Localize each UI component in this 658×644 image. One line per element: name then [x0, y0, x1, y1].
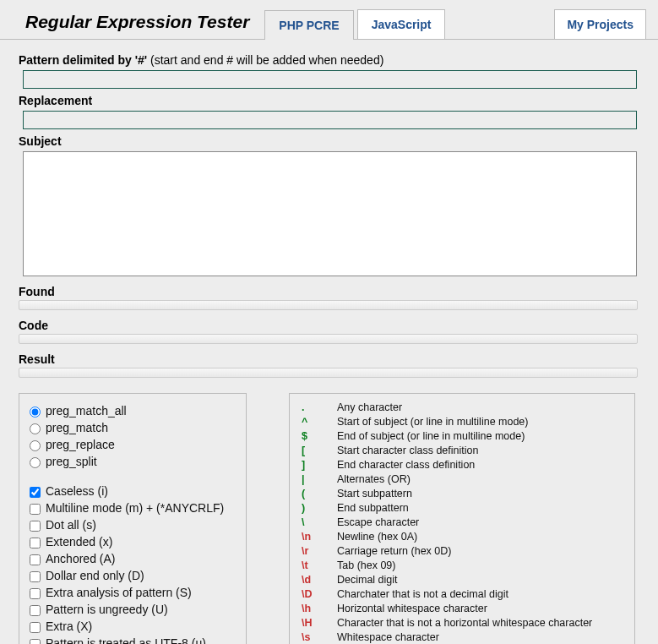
ref-desc: Any character: [337, 401, 402, 415]
lower-panels: preg_match_allpreg_matchpreg_replacepreg…: [0, 378, 658, 644]
func-radio-0[interactable]: [30, 407, 41, 418]
ref-symbol: \t: [302, 559, 337, 573]
ref-desc: Charchater that is not a decimal digit: [337, 587, 508, 602]
ref-desc: End character class definition: [337, 458, 475, 472]
ref-symbol: \D: [302, 587, 337, 602]
ref-desc: Decimal digit: [337, 573, 398, 587]
mod-label-text: Pattern is ungreedy (U): [46, 603, 168, 616]
replacement-label: Replacement: [19, 94, 643, 107]
mod-checkbox-0[interactable]: [30, 487, 41, 498]
mod-label-text: Anchored (A): [46, 552, 115, 565]
ref-desc: Horizontal whitespace character: [337, 602, 487, 616]
func-radio-1[interactable]: [30, 423, 41, 434]
ref-row: \rCarriage return (hex 0D): [302, 544, 623, 559]
ref-symbol: \d: [302, 573, 337, 587]
mod-label-text: Caseless (i): [46, 484, 108, 498]
mod-label-text: Extra (X): [46, 619, 92, 633]
ref-desc: Newline (hex 0A): [337, 530, 417, 544]
ref-symbol: \H: [302, 616, 337, 630]
mod-option-7[interactable]: Pattern is ungreedy (U): [30, 602, 236, 618]
ref-desc: Alternates (OR): [337, 472, 411, 487]
mod-option-8[interactable]: Extra (X): [30, 619, 236, 635]
tab-php-pcre[interactable]: PHP PCRE: [264, 10, 353, 40]
func-radio-3[interactable]: [30, 457, 41, 468]
ref-symbol: \: [302, 516, 337, 530]
mod-checkbox-7[interactable]: [30, 605, 41, 616]
mod-checkbox-4[interactable]: [30, 554, 41, 565]
mod-checkbox-5[interactable]: [30, 571, 41, 582]
pattern-hint: (start and end # will be added when need…: [147, 53, 383, 67]
pattern-label: Pattern delimited by '#' (start and end …: [19, 53, 643, 67]
mod-option-4[interactable]: Anchored (A): [30, 551, 236, 567]
func-preg-match-all[interactable]: preg_match_all: [30, 403, 236, 419]
mod-option-2[interactable]: Dot all (s): [30, 517, 236, 533]
func-preg-match[interactable]: preg_match: [30, 420, 236, 436]
subject-label: Subject: [19, 134, 643, 148]
replacement-input[interactable]: [23, 111, 637, 129]
mod-checkbox-3[interactable]: [30, 538, 41, 548]
found-output: [19, 300, 638, 310]
ref-symbol: |: [302, 472, 337, 487]
func-radio-2[interactable]: [30, 440, 41, 451]
mod-option-3[interactable]: Extended (x): [30, 534, 236, 550]
ref-symbol: ): [302, 501, 337, 516]
ref-row: |Alternates (OR): [302, 472, 623, 487]
mod-option-9[interactable]: Pattern is treated as UTF-8 (u): [30, 636, 236, 644]
ref-row: \hHorizontal whitespace character: [302, 602, 623, 616]
ref-row: (Start subpattern: [302, 487, 623, 501]
ref-desc: Tab (hex 09): [337, 559, 395, 573]
result-output: [19, 368, 638, 378]
ref-row: \tTab (hex 09): [302, 559, 623, 573]
reference-panel: .Any character^Start of subject (or line…: [289, 393, 635, 644]
mod-label-text: Dollar end only (D): [46, 569, 144, 582]
ref-row: $End of subject (or line in multiline mo…: [302, 429, 623, 444]
mod-checkbox-1[interactable]: [30, 504, 41, 515]
found-label: Found: [19, 285, 643, 298]
ref-desc: Start character class definition: [337, 444, 478, 458]
ref-desc: Character that is not a horizontal white…: [337, 616, 592, 630]
ref-desc: Carriage return (hex 0D): [337, 544, 451, 559]
mod-checkbox-6[interactable]: [30, 588, 41, 599]
ref-row: ]End character class definition: [302, 458, 623, 472]
pattern-input[interactable]: [23, 70, 637, 89]
code-output: [19, 334, 638, 344]
func-preg-replace[interactable]: preg_replace: [30, 437, 236, 453]
mod-label-text: Extra analysis of pattern (S): [46, 586, 192, 599]
ref-row: )End subpattern: [302, 501, 623, 516]
ref-desc: End of subject (or line in multiline mod…: [337, 429, 525, 444]
func-preg-split[interactable]: preg_split: [30, 454, 236, 470]
ref-row: \dDecimal digit: [302, 573, 623, 587]
ref-symbol: \n: [302, 530, 337, 544]
ref-row: \Escape character: [302, 516, 623, 530]
ref-row: \HCharacter that is not a horizontal whi…: [302, 616, 623, 630]
tab-javascript[interactable]: JavaScript: [357, 9, 446, 39]
mod-option-1[interactable]: Multiline mode (m) + (*ANYCRLF): [30, 500, 236, 516]
mod-checkbox-9[interactable]: [30, 639, 41, 644]
func-label-text: preg_replace: [46, 438, 115, 451]
ref-row: ^Start of subject (or line in multiline …: [302, 415, 623, 429]
mod-option-0[interactable]: Caseless (i): [30, 483, 236, 499]
ref-symbol: \s: [302, 630, 337, 644]
ref-row: [Start character class definition: [302, 444, 623, 458]
ref-symbol: .: [302, 401, 337, 415]
ref-symbol: \r: [302, 544, 337, 559]
page-title: Regular Expression Tester: [0, 7, 264, 39]
main-form: Pattern delimited by '#' (start and end …: [0, 40, 658, 378]
ref-symbol: $: [302, 429, 337, 444]
ref-desc: End subpattern: [337, 501, 409, 516]
ref-symbol: ^: [302, 415, 337, 429]
subject-input[interactable]: [23, 151, 637, 276]
mod-option-6[interactable]: Extra analysis of pattern (S): [30, 585, 236, 601]
ref-symbol: [: [302, 444, 337, 458]
ref-row: .Any character: [302, 401, 623, 415]
tab-my-projects[interactable]: My Projects: [554, 9, 646, 39]
ref-symbol: ]: [302, 458, 337, 472]
func-label-text: preg_match: [46, 421, 108, 434]
mod-checkbox-8[interactable]: [30, 622, 41, 633]
mod-checkbox-2[interactable]: [30, 521, 41, 532]
result-label: Result: [19, 352, 643, 366]
pattern-label-text: Pattern delimited by '#': [19, 53, 147, 67]
mod-option-5[interactable]: Dollar end only (D): [30, 568, 236, 584]
tabs: PHP PCRE JavaScript: [264, 9, 445, 39]
ref-symbol: \h: [302, 602, 337, 616]
